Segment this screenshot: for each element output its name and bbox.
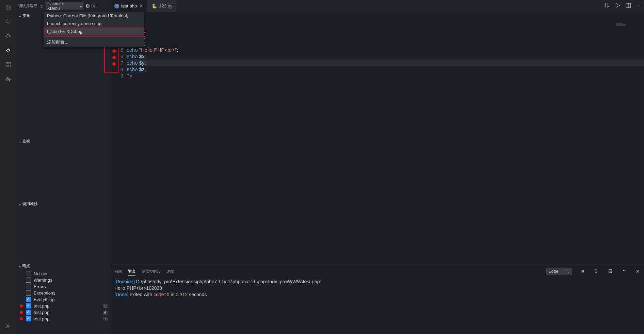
chevron-down-icon: ⌄: [18, 14, 21, 18]
svg-line-12: [9, 49, 10, 50]
tabbar: test.php✕🐍123.py ⋯: [110, 0, 644, 12]
svg-rect-14: [6, 65, 7, 67]
svg-rect-20: [7, 78, 8, 79]
svg-point-2: [6, 20, 9, 23]
docker-icon[interactable]: [4, 75, 12, 83]
chevron-down-icon: ⌄: [79, 4, 82, 8]
svg-rect-13: [6, 62, 7, 64]
bp-category[interactable]: Everything: [16, 296, 110, 303]
config-gear-icon[interactable]: ⚙: [85, 3, 90, 9]
svg-rect-18: [7, 79, 8, 80]
bp-line-item[interactable]: test.php7: [16, 316, 110, 322]
dropdown-add-config[interactable]: 添加配置...: [44, 38, 144, 47]
bp-line-item[interactable]: test.php6: [16, 309, 110, 316]
checkbox[interactable]: [26, 284, 31, 289]
checkbox[interactable]: [26, 303, 31, 308]
close-icon[interactable]: ✕: [140, 3, 143, 9]
bp-category[interactable]: Notices: [16, 270, 110, 277]
more-icon[interactable]: ⋯: [636, 2, 641, 10]
checkbox[interactable]: [26, 316, 31, 321]
split-icon[interactable]: [625, 2, 631, 10]
checkbox[interactable]: [26, 278, 31, 283]
svg-rect-22: [92, 4, 96, 7]
svg-point-21: [7, 325, 9, 327]
python-icon: 🐍: [151, 3, 157, 9]
dropdown-item-launch[interactable]: Launch currently open script: [44, 20, 144, 28]
svg-rect-16: [9, 62, 11, 64]
chevron-down-icon: ⌄: [18, 139, 21, 143]
run-icon[interactable]: [614, 2, 621, 10]
code-content[interactable]: <?php$x = 10;$y = 20;$z = 30;echo "Hello…: [127, 19, 644, 266]
bp-label: Errors: [34, 284, 46, 289]
tab-test.php[interactable]: test.php✕: [110, 0, 147, 12]
output-body[interactable]: [Running] D:\phpstudy_pro\Extensions\php…: [110, 277, 644, 334]
checkbox[interactable]: [26, 290, 31, 296]
dropdown-item-python[interactable]: Python: Current File (Integrated Termina…: [44, 12, 144, 20]
section-breakpoints[interactable]: ⌄断点: [16, 262, 110, 270]
chevron-down-icon: ⌄: [566, 269, 570, 274]
debug-console-icon[interactable]: [91, 3, 97, 9]
bp-label: Notices: [34, 271, 48, 276]
section-watch[interactable]: ⌄监视: [16, 137, 110, 145]
search-icon[interactable]: [4, 18, 12, 26]
tab-problems[interactable]: 问题: [114, 268, 122, 275]
svg-line-11: [7, 49, 7, 50]
list-icon[interactable]: ≡: [581, 269, 584, 274]
output-channel-select[interactable]: Code⌄: [546, 268, 572, 275]
breakpoints-list: NoticesWarningsErrorsExceptionsEverythin…: [16, 270, 110, 323]
dropdown-item-xdebug[interactable]: Listen for XDebug: [44, 28, 144, 35]
bp-line-item[interactable]: test.php5: [16, 303, 110, 309]
config-name: Listen for XDebu: [47, 1, 78, 11]
clear-icon[interactable]: [608, 269, 613, 274]
minimap[interactable]: [616, 23, 643, 36]
bp-line-number: 7: [103, 317, 108, 321]
checkbox[interactable]: [26, 297, 31, 302]
code-editor[interactable]: 123456789 <?php$x = 10;$y = 20;$z = 30;e…: [110, 19, 644, 266]
tab-actions: ⋯: [600, 2, 644, 10]
chevron-down-icon: ⌄: [18, 264, 21, 268]
section-callstack[interactable]: ⌄调用堆栈: [16, 200, 110, 208]
breakpoint-dot-icon: [20, 317, 23, 320]
tab-output[interactable]: 输出: [128, 267, 135, 275]
svg-rect-19: [9, 79, 10, 80]
svg-line-28: [609, 269, 612, 272]
bp-label: Everything: [34, 297, 54, 302]
close-panel-icon[interactable]: ✕: [636, 269, 640, 274]
tab-terminal[interactable]: 终端: [166, 268, 174, 275]
extensions-icon[interactable]: [4, 61, 12, 69]
tab-debug-console[interactable]: 调试控制台: [142, 268, 160, 275]
chevron-down-icon: ⌄: [18, 202, 21, 206]
chevron-up-icon[interactable]: ⌃: [622, 269, 626, 274]
bottom-panel: 问题 输出 调试控制台 终端 Code⌄ ≡ ⌃ ✕ [Running] D:\…: [110, 266, 644, 334]
callstack-body: [16, 208, 110, 262]
config-dropdown-menu: Python: Current File (Integrated Termina…: [44, 12, 144, 47]
tab-123.py[interactable]: 🐍123.py: [147, 0, 176, 12]
lock-icon[interactable]: [594, 269, 598, 274]
bp-category[interactable]: Exceptions: [16, 290, 110, 296]
svg-marker-23: [616, 3, 620, 7]
watch-body: [16, 145, 110, 200]
bp-line-number: 6: [103, 311, 108, 315]
checkbox[interactable]: [26, 310, 31, 315]
debug-icon[interactable]: [4, 46, 12, 54]
svg-point-5: [6, 37, 7, 38]
explorer-icon[interactable]: [4, 3, 12, 12]
breakpoint-dot-icon: [20, 304, 23, 307]
scm-icon[interactable]: [4, 32, 12, 40]
sidebar-title: 调试并运行: [18, 3, 37, 9]
settings-gear-icon[interactable]: [4, 322, 12, 330]
editor-area: test.php✕🐍123.py ⋯ st.php › ... 12345678…: [110, 0, 644, 334]
breadcrumb[interactable]: st.php › ...: [110, 12, 644, 19]
bp-file: test.php: [34, 303, 49, 308]
bp-category[interactable]: Warnings: [16, 277, 110, 283]
debug-config-dropdown[interactable]: Listen for XDebu ⌄: [45, 2, 84, 10]
svg-line-3: [9, 22, 11, 24]
start-debug-button[interactable]: ▷: [40, 3, 44, 9]
bp-category[interactable]: Errors: [16, 283, 110, 290]
compare-icon[interactable]: [603, 2, 610, 10]
php-icon: [114, 4, 119, 9]
svg-point-4: [6, 34, 7, 35]
checkbox[interactable]: [26, 271, 31, 276]
breakpoint-dot-icon: [20, 311, 23, 314]
dropdown-separator: [44, 36, 144, 37]
